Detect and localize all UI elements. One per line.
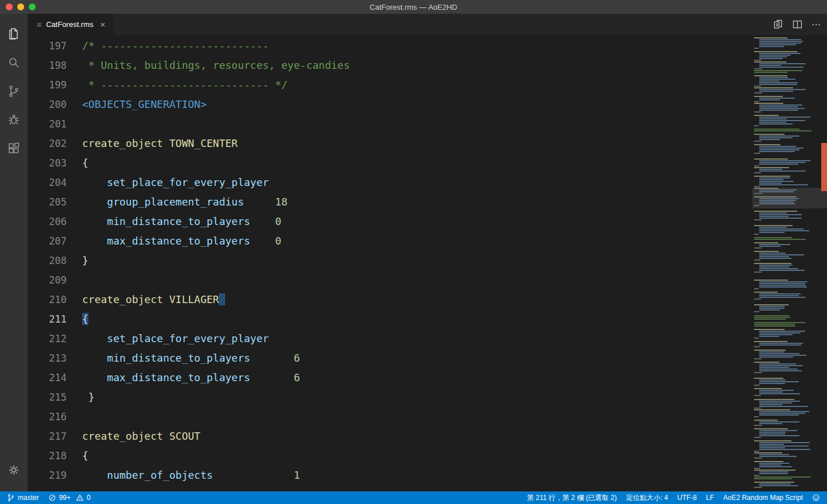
line-number: 197 — [28, 36, 67, 56]
line-number: 209 — [28, 270, 67, 290]
explorer-icon[interactable] — [0, 20, 28, 48]
feedback-smiley-icon[interactable] — [812, 494, 820, 502]
code-text: } — [67, 387, 95, 407]
code-text: * --------------------------- */ — [67, 75, 288, 95]
line-number: 213 — [28, 348, 67, 368]
code-line[interactable]: 198 * Units, buildings, resources, eye-c… — [28, 56, 827, 75]
code-line[interactable]: 209 — [28, 270, 827, 290]
editor-actions: ⋯ — [774, 14, 821, 35]
warnings-count: 0 — [87, 494, 91, 502]
code-text: * Units, buildings, resources, eye-candi… — [67, 56, 350, 75]
activity-bar — [0, 14, 28, 491]
code-line[interactable]: 205 group_placement_radius 18 — [28, 192, 827, 212]
eol-item[interactable]: LF — [706, 494, 714, 502]
line-number: 215 — [28, 387, 67, 407]
code-text: /* --------------------------- — [67, 36, 269, 56]
settings-gear-icon[interactable] — [0, 456, 28, 484]
line-number: 219 — [28, 466, 67, 485]
ruler-marker — [821, 143, 827, 191]
editor[interactable]: 197/* ---------------------------198 * U… — [28, 35, 827, 491]
tab-label: CatForest.rms — [46, 20, 93, 29]
line-number: 203 — [28, 153, 67, 173]
code-line[interactable]: 218{ — [28, 446, 827, 466]
code-line[interactable]: 201 — [28, 114, 827, 134]
code-text — [67, 114, 82, 134]
code-text: { — [67, 446, 88, 466]
git-branch-item[interactable]: master — [7, 494, 39, 502]
language-mode-item[interactable]: AoE2 Random Map Script — [723, 494, 803, 502]
code-line[interactable]: 219 number_of_objects 1 — [28, 466, 827, 485]
code-text — [67, 407, 82, 427]
tab-close-icon[interactable]: × — [101, 20, 106, 29]
code-text: } — [67, 251, 88, 270]
line-number: 200 — [28, 95, 67, 114]
line-number: 201 — [28, 114, 67, 134]
line-number: 218 — [28, 446, 67, 466]
line-number: 199 — [28, 75, 67, 95]
code-line[interactable]: 211{ — [28, 309, 827, 329]
line-number: 214 — [28, 368, 67, 387]
window-title: CatForest.rms — AoE2HD — [370, 3, 457, 11]
code-line[interactable]: 202create_object TOWN_CENTER — [28, 134, 827, 153]
line-number: 210 — [28, 290, 67, 309]
problems-item[interactable]: 99+ 0 — [48, 494, 91, 502]
code-line[interactable]: 216 — [28, 407, 827, 427]
cursor-position[interactable]: 第 211 行，第 2 欄 (已選取 2) — [527, 493, 616, 503]
line-number: 212 — [28, 329, 67, 348]
code-text: max_distance_to_players 0 — [67, 231, 281, 251]
code-text: max_distance_to_players 6 — [67, 368, 300, 387]
code-line[interactable]: 206 min_distance_to_players 0 — [28, 212, 827, 231]
status-right: 第 211 行，第 2 欄 (已選取 2) 定位點大小: 4 UTF-8 LF … — [527, 493, 820, 503]
traffic-lights — [6, 0, 36, 14]
line-number: 202 — [28, 134, 67, 153]
search-icon[interactable] — [0, 48, 28, 77]
code-line[interactable]: 197/* --------------------------- — [28, 36, 827, 56]
zoom-button[interactable] — [29, 3, 36, 10]
code-text: create_object TOWN_CENTER — [67, 134, 238, 153]
minimap-slider[interactable] — [752, 188, 827, 208]
extensions-icon[interactable] — [0, 134, 28, 163]
code-line[interactable]: 214 max_distance_to_players 6 — [28, 368, 827, 387]
code-text: group_placement_radius 18 — [67, 192, 288, 212]
code-text — [67, 270, 82, 290]
line-number: 207 — [28, 231, 67, 251]
code-line[interactable]: 204 set_place_for_every_player — [28, 173, 827, 192]
code-line[interactable]: 208} — [28, 251, 827, 270]
code-line[interactable]: 217create_object SCOUT — [28, 427, 827, 446]
code-line[interactable]: 212 set_place_for_every_player — [28, 329, 827, 348]
split-editor-icon[interactable] — [793, 20, 802, 29]
tab-bar: ≡ CatForest.rms × ⋯ — [28, 14, 827, 35]
file-icon: ≡ — [37, 20, 41, 29]
code-line[interactable]: 199 * --------------------------- */ — [28, 75, 827, 95]
more-actions-icon[interactable]: ⋯ — [811, 22, 821, 28]
branch-icon — [7, 494, 15, 502]
code-line[interactable]: 203{ — [28, 153, 827, 173]
errors-count: 99+ — [59, 494, 71, 502]
line-number: 204 — [28, 173, 67, 192]
code-line[interactable]: 210create_object VILLAGER — [28, 290, 827, 309]
tab-catforest[interactable]: ≡ CatForest.rms × — [28, 14, 114, 35]
close-button[interactable] — [6, 3, 13, 10]
open-changes-icon[interactable] — [774, 20, 783, 29]
code-line[interactable]: 207 max_distance_to_players 0 — [28, 231, 827, 251]
overview-ruler[interactable] — [819, 35, 827, 491]
code-text: set_place_for_every_player — [67, 329, 269, 348]
line-number: 198 — [28, 56, 67, 75]
code-line[interactable]: 200<OBJECTS_GENERATION> — [28, 95, 827, 114]
line-number: 217 — [28, 427, 67, 446]
minimap[interactable] — [752, 35, 819, 491]
encoding-item[interactable]: UTF-8 — [677, 494, 697, 502]
line-number: 211 — [28, 309, 67, 329]
debug-icon[interactable] — [0, 106, 28, 134]
warnings-icon — [76, 494, 84, 502]
indentation-item[interactable]: 定位點大小: 4 — [626, 493, 668, 503]
minimize-button[interactable] — [17, 3, 24, 10]
code-line[interactable]: 215 } — [28, 387, 827, 407]
source-control-icon[interactable] — [0, 77, 28, 106]
line-number: 208 — [28, 251, 67, 270]
status-bar: master 99+ 0 第 211 行，第 2 欄 (已選取 2) 定位點大小… — [0, 491, 827, 504]
line-number: 206 — [28, 212, 67, 231]
line-number: 216 — [28, 407, 67, 427]
code-text: create_object SCOUT — [67, 427, 200, 446]
code-line[interactable]: 213 min_distance_to_players 6 — [28, 348, 827, 368]
